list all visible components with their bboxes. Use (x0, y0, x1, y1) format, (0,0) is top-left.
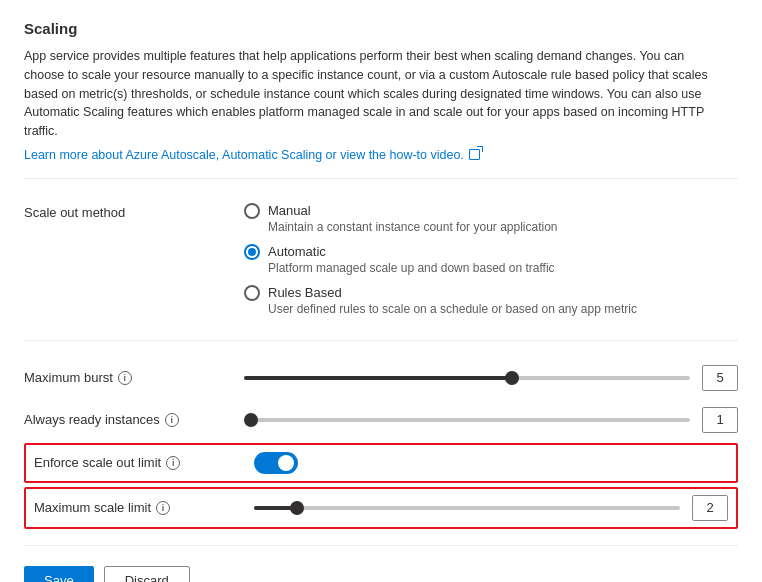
enforce-scale-out-label-text: Enforce scale out limit (34, 455, 161, 470)
toggle-thumb (278, 455, 294, 471)
enforce-scale-out-label: Enforce scale out limit i (34, 455, 254, 470)
maximum-burst-slider-track[interactable] (244, 376, 690, 380)
maximum-scale-limit-slider-container: 2 (254, 495, 728, 521)
maximum-burst-row: Maximum burst i 5 (24, 357, 738, 399)
scale-method-section: Scale out method Manual Maintain a const… (24, 195, 738, 324)
save-button[interactable]: Save (24, 566, 94, 582)
always-ready-slider-track[interactable] (244, 418, 690, 422)
maximum-burst-slider-fill (244, 376, 512, 380)
always-ready-slider-container: 1 (244, 407, 738, 433)
radio-label-manual: Manual (268, 203, 311, 218)
radio-desc-automatic: Platform managed scale up and down based… (268, 261, 637, 275)
radio-input-rules-based[interactable] (244, 285, 260, 301)
radio-option-automatic: Automatic Platform managed scale up and … (244, 244, 637, 275)
always-ready-slider-thumb[interactable] (244, 413, 258, 427)
enforce-scale-out-info-icon[interactable]: i (166, 456, 180, 470)
enforce-scale-out-toggle-area (254, 452, 728, 474)
radio-desc-rules-based: User defined rules to scale on a schedul… (268, 302, 637, 316)
radio-options-group: Manual Maintain a constant instance coun… (244, 203, 637, 316)
enforce-scale-out-row: Enforce scale out limit i (24, 443, 738, 483)
divider-2 (24, 340, 738, 341)
radio-label-automatic: Automatic (268, 244, 326, 259)
learn-more-text: Learn more about Azure Autoscale, Automa… (24, 148, 464, 162)
enforce-scale-out-toggle[interactable] (254, 452, 298, 474)
maximum-scale-limit-row: Maximum scale limit i 2 (24, 487, 738, 529)
description-text: App service provides multiple features t… (24, 47, 724, 141)
maximum-burst-value: 5 (702, 365, 738, 391)
always-ready-value: 1 (702, 407, 738, 433)
radio-input-manual[interactable] (244, 203, 260, 219)
maximum-scale-limit-slider-thumb[interactable] (290, 501, 304, 515)
maximum-burst-label: Maximum burst i (24, 370, 244, 385)
maximum-burst-slider-container: 5 (244, 365, 738, 391)
discard-button[interactable]: Discard (104, 566, 190, 582)
maximum-burst-slider-thumb[interactable] (505, 371, 519, 385)
always-ready-label: Always ready instances i (24, 412, 244, 427)
divider-3 (24, 545, 738, 546)
maximum-scale-limit-slider-track[interactable] (254, 506, 680, 510)
radio-option-rules-based: Rules Based User defined rules to scale … (244, 285, 637, 316)
radio-row-automatic[interactable]: Automatic (244, 244, 637, 260)
divider-1 (24, 178, 738, 179)
learn-more-link[interactable]: Learn more about Azure Autoscale, Automa… (24, 148, 480, 162)
radio-row-rules-based[interactable]: Rules Based (244, 285, 637, 301)
always-ready-label-text: Always ready instances (24, 412, 160, 427)
maximum-scale-limit-label-text: Maximum scale limit (34, 500, 151, 515)
maximum-scale-limit-value: 2 (692, 495, 728, 521)
maximum-scale-limit-label: Maximum scale limit i (34, 500, 254, 515)
always-ready-info-icon[interactable]: i (165, 413, 179, 427)
radio-desc-manual: Maintain a constant instance count for y… (268, 220, 637, 234)
radio-label-rules-based: Rules Based (268, 285, 342, 300)
scale-method-label: Scale out method (24, 203, 244, 316)
radio-row-manual[interactable]: Manual (244, 203, 637, 219)
maximum-scale-limit-info-icon[interactable]: i (156, 501, 170, 515)
radio-option-manual: Manual Maintain a constant instance coun… (244, 203, 637, 234)
radio-input-automatic[interactable] (244, 244, 260, 260)
external-link-icon (469, 149, 480, 160)
buttons-row: Save Discard (24, 566, 738, 582)
maximum-burst-info-icon[interactable]: i (118, 371, 132, 385)
maximum-burst-label-text: Maximum burst (24, 370, 113, 385)
page-title: Scaling (24, 20, 738, 37)
always-ready-instances-row: Always ready instances i 1 (24, 399, 738, 441)
